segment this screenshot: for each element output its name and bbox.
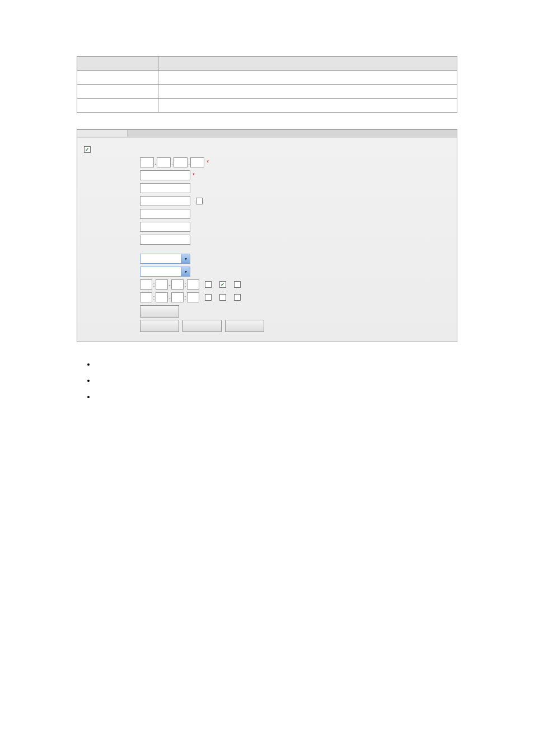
- username-input[interactable]: [140, 183, 190, 193]
- tp2-to-min[interactable]: [187, 292, 199, 302]
- refresh-button[interactable]: [182, 320, 222, 332]
- func-cell: [158, 85, 457, 99]
- param-cell: [77, 99, 158, 113]
- tp2-md-checkbox[interactable]: [219, 294, 226, 301]
- remote-dir-input[interactable]: [140, 209, 190, 219]
- channel-select[interactable]: ▾: [140, 254, 190, 264]
- list-item: [95, 375, 456, 386]
- image-interval-input[interactable]: [140, 235, 190, 245]
- chevron-down-icon: ▾: [181, 254, 190, 263]
- tp1-to-min[interactable]: [187, 279, 199, 290]
- func-cell: [158, 71, 457, 85]
- parameter-table: [77, 56, 457, 113]
- tp2-to-hour[interactable]: [171, 292, 184, 302]
- tab-bar: [77, 130, 457, 138]
- func-cell: [158, 99, 457, 113]
- server-ip-1[interactable]: [140, 157, 154, 167]
- server-ip-2[interactable]: [157, 157, 171, 167]
- default-button[interactable]: [225, 320, 264, 332]
- ftp-test-button[interactable]: [140, 305, 179, 318]
- port-input[interactable]: [140, 170, 190, 180]
- weekday-select[interactable]: ▾: [140, 267, 190, 277]
- tab-ftp[interactable]: [77, 130, 128, 137]
- tp1-from-min[interactable]: [156, 279, 168, 290]
- func-header: [158, 57, 457, 71]
- anonymous-checkbox[interactable]: [196, 198, 203, 204]
- tp1-from-hour[interactable]: [140, 279, 152, 290]
- file-length-input[interactable]: [140, 222, 190, 232]
- param-header: [77, 57, 158, 71]
- tp1-alarm-checkbox[interactable]: [205, 281, 212, 288]
- enable-checkbox[interactable]: [84, 146, 91, 153]
- tp1-regular-checkbox[interactable]: [234, 281, 241, 288]
- chevron-down-icon: ▾: [181, 267, 190, 276]
- tp1-to-hour[interactable]: [171, 279, 184, 290]
- tp2-from-hour[interactable]: [140, 292, 152, 302]
- tp2-regular-checkbox[interactable]: [234, 294, 241, 301]
- tp2-alarm-checkbox[interactable]: [205, 294, 212, 301]
- password-input[interactable]: [140, 196, 190, 206]
- tp1-md-checkbox[interactable]: [219, 281, 226, 288]
- param-cell: [77, 71, 158, 85]
- server-ip-3[interactable]: [174, 157, 188, 167]
- save-button[interactable]: [140, 320, 179, 332]
- required-star: *: [193, 172, 195, 179]
- table-row: [77, 99, 457, 113]
- table-row: [77, 85, 457, 99]
- required-star: *: [207, 160, 209, 166]
- server-ip-4[interactable]: [190, 157, 204, 167]
- list-item: [95, 391, 456, 402]
- ftp-settings-panel: . . . * *: [77, 129, 457, 342]
- table-row: [77, 71, 457, 85]
- list-item: [95, 359, 456, 370]
- tp2-from-min[interactable]: [156, 292, 168, 302]
- param-cell: [77, 85, 158, 99]
- upnp-bullet-list: [78, 359, 456, 403]
